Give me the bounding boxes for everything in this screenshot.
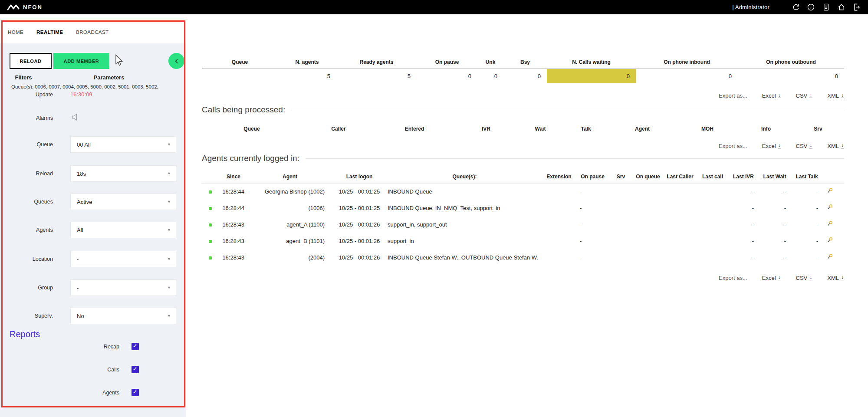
cell-on-phone-inbound: 0 [636,69,738,83]
parameters-heading: Parameters [85,74,133,81]
col-header: Last Wait [759,170,791,183]
refresh-icon[interactable] [791,3,800,12]
cell-on-pause: 0 [417,69,477,83]
reload-field-row: Reload 18s ▼ [0,165,186,182]
filters-sidebar: RELOAD ADD MEMBER Filters Parameters Que… [0,43,186,417]
group-select[interactable]: - ▼ [70,279,176,296]
agent-last-talk: - [791,183,823,200]
agent-on-pause: - [576,216,609,233]
col-header: Last logon [331,170,388,183]
cell-calls-waiting-highlighted: 0 [547,69,636,83]
agent-row: 16:28:43 agent_B (1101) 10/25 - 00:01:26… [202,233,844,249]
collapse-sidebar-button[interactable] [168,53,184,69]
reload-label: Reload [0,171,53,177]
col-header: Entered [375,122,454,135]
download-icon: ↓ [841,143,844,148]
home-icon[interactable] [837,3,846,12]
download-icon: ↓ [841,275,844,280]
agent-key-icon[interactable] [826,253,833,261]
cell-on-phone-outbound: 0 [738,69,844,83]
agents-select-value: All [77,227,83,233]
tab-realtime[interactable]: REALTIME [36,30,63,35]
col-header: N. Calls waiting [547,56,636,69]
agent-key-icon[interactable] [826,237,833,245]
cell-bsy: 0 [503,69,547,83]
col-header: Talk [562,122,610,135]
agent-row: 16:28:43 (2004) 10/25 - 00:01:26 INBOUND… [202,249,844,266]
queue-select[interactable]: 00 All ▼ [70,136,176,153]
agent-row: 16:28:43 agent_A (1100) 10/25 - 00:01:26… [202,216,844,233]
col-header: On phone inbound [636,56,738,69]
info-icon[interactable] [806,3,815,12]
add-member-button[interactable]: ADD MEMBER [53,53,109,69]
col-header: Extension [542,170,576,183]
reload-button[interactable]: RELOAD [10,53,52,69]
export-excel-link[interactable]: Excel↓ [762,143,781,149]
col-header: Bsy [503,56,547,69]
tab-home[interactable]: HOME [8,30,23,35]
online-status-icon [209,190,212,194]
col-header: Queue [202,56,278,69]
agent-key-icon[interactable] [826,187,833,195]
reload-select[interactable]: 18s ▼ [70,165,176,182]
online-status-icon [209,223,212,227]
location-field-row: Location - ▼ [0,251,186,267]
logout-icon[interactable] [852,3,861,12]
download-icon: ↓ [809,93,812,98]
export-xml-link[interactable]: XML↓ [827,275,844,281]
reload-select-value: 18s [77,171,86,177]
export-csv-link[interactable]: CSV↓ [796,143,813,149]
agent-name: (1006) [249,200,331,216]
agent-on-pause: - [576,183,609,200]
agent-key-icon[interactable] [826,204,833,212]
col-header: Unk [477,56,503,69]
col-header: Caller [302,122,375,135]
export-xml-link[interactable]: XML↓ [827,143,844,149]
supervisor-select[interactable]: No ▼ [70,308,176,324]
queue-select-value: 00 All [77,141,91,148]
agent-queues: INBOUND Queue Stefan W., OUTBOUND Queue … [388,249,542,266]
queues-select[interactable]: Active ▼ [70,194,176,210]
agent-last-wait: - [759,249,791,266]
supervisor-field-row: Superv. No ▼ [0,308,186,324]
agents-report-label: Agents [102,390,119,396]
filters-heading: Filters [10,74,36,81]
agents-checkbox[interactable] [132,389,139,396]
location-select[interactable]: - ▼ [70,251,176,267]
page-body: HOME REALTIME BROADCAST RELOAD ADD MEMBE… [0,14,868,417]
col-header: On pause [576,170,609,183]
export-xml-link[interactable]: XML↓ [827,92,844,99]
col-header: Srv [792,122,844,135]
export-csv-link[interactable]: CSV↓ [796,275,813,281]
calls-checkbox[interactable] [132,366,139,373]
export-csv-link[interactable]: CSV↓ [796,92,813,99]
alarm-mute-icon[interactable] [70,113,80,123]
nfon-logo: NFON [7,3,43,11]
queues-select-value: Active [77,199,92,205]
agent-since: 16:28:43 [218,249,249,266]
calls-label: Calls [107,367,119,373]
export-excel-link[interactable]: Excel↓ [762,275,781,281]
export-excel-link[interactable]: Excel↓ [762,92,781,99]
agents-label: Agents [0,227,53,233]
agents-select[interactable]: All ▼ [70,222,176,238]
agent-name: agent_B (1101) [249,233,331,249]
agent-since: 16:28:44 [218,200,249,216]
queue-field-row: Queue 00 All ▼ [0,136,186,153]
calls-section-header: Calls being processed: [202,105,844,115]
recap-checkbox[interactable] [132,343,139,350]
tab-broadcast[interactable]: BROADCAST [76,30,108,35]
document-icon[interactable] [822,3,831,12]
queue-summary-row: 5 5 0 0 0 0 0 0 [202,69,844,83]
calls-table: Queue Caller Entered IVR Wait Talk Agent… [202,122,844,135]
calls-check-row: Calls [0,366,139,373]
agent-name: Georgina Bishop (1002) [249,183,331,200]
agent-last-logon: 10/25 - 00:01:25 [331,200,388,216]
col-header: On queue [633,170,663,183]
queues-filter-summary: Queue(s): 0006, 0007, 0004, 0005, 5000, … [11,84,181,89]
agent-key-icon[interactable] [826,220,833,228]
download-icon: ↓ [778,275,781,280]
agent-name: agent_A (1100) [249,216,331,233]
chevron-down-icon: ▼ [167,286,171,290]
col-header: On phone outbound [738,56,844,69]
